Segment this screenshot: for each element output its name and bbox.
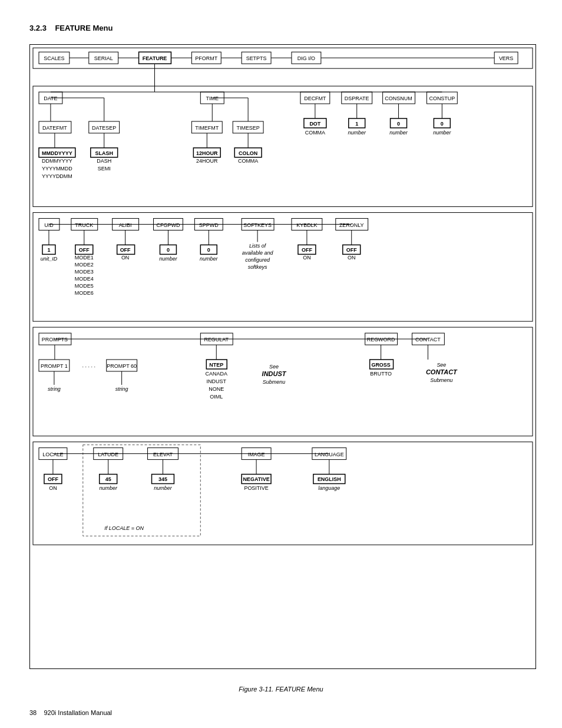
feature-menu-diagram: SCALES SERIAL FEATURE PFORMT SETPTS DIG … [29,44,536,669]
svg-text:12HOUR: 12HOUR [196,150,218,156]
svg-text:LOCALE: LOCALE [42,452,63,457]
manual-name: 920i Installation Manual [44,709,112,716]
svg-text:number: number [433,130,451,136]
svg-text:Lists of: Lists of [249,243,267,249]
svg-text:TIMEFMT: TIMEFMT [195,125,219,131]
svg-text:ELEVAT: ELEVAT [153,452,173,457]
svg-text:SLASH: SLASH [95,150,113,156]
svg-text:TRUCK: TRUCK [75,222,93,228]
svg-text:MODE4: MODE4 [75,276,94,282]
svg-text:DATESEP: DATESEP [92,125,116,131]
svg-text:NONE: NONE [209,386,224,392]
svg-text:string: string [115,386,128,392]
section-heading: 3.2.3 FEATURE Menu [29,24,533,32]
svg-text:VERS: VERS [499,55,513,61]
svg-text:SCALES: SCALES [44,55,64,61]
svg-text:CONSTUP: CONSTUP [429,95,455,101]
svg-text:number: number [159,256,177,262]
svg-text:0: 0 [167,247,170,253]
svg-text:SEMI: SEMI [98,166,111,172]
svg-text:DDMMYYYY: DDMMYYYY [42,158,72,164]
section-number: 3.2.3 [29,24,47,32]
svg-text:Submenu: Submenu [430,377,452,383]
page-footer: 38 920i Installation Manual [29,709,112,716]
svg-text:24HOUR: 24HOUR [196,158,218,164]
svg-text:number: number [348,130,366,136]
svg-text:YYYYDDMM: YYYYDDMM [42,173,72,179]
figure-caption-text: Figure 3-11. FEATURE Menu [239,686,323,693]
svg-text:SETPTS: SETPTS [246,55,267,61]
svg-text:softkeys: softkeys [248,264,267,270]
svg-text:GROSS: GROSS [371,362,390,368]
svg-text:MODE5: MODE5 [75,283,94,289]
svg-text:0: 0 [207,247,210,253]
svg-text:See: See [437,362,446,368]
svg-text:Submenu: Submenu [263,379,285,385]
page: 3.2.3 FEATURE Menu SCALES SERIAL FEATURE… [0,0,562,728]
svg-text:PROMPT 1: PROMPT 1 [41,363,68,369]
svg-text:0: 0 [397,121,400,127]
page-number: 38 [29,709,37,716]
section-title: FEATURE Menu [55,24,113,32]
svg-text:CONSNUM: CONSNUM [385,95,412,101]
svg-text:MODE6: MODE6 [75,290,94,296]
svg-text:number: number [389,130,408,136]
svg-text:If LOCALE = ON: If LOCALE = ON [104,525,144,531]
svg-text:number: number [154,485,172,491]
svg-text:FEATURE: FEATURE [143,55,167,61]
svg-text:COLON: COLON [239,150,257,156]
svg-text:ON: ON [49,485,57,491]
svg-text:DASH: DASH [97,158,111,164]
svg-text:MODE3: MODE3 [75,269,94,275]
svg-text:CONTACT: CONTACT [415,337,441,342]
svg-text:NTEP: NTEP [209,362,223,368]
svg-text:ON: ON [303,255,310,261]
svg-text:CFGPWD: CFGPWD [157,222,180,228]
svg-text:INDUST: INDUST [207,378,227,384]
svg-text:SOFTKEYS: SOFTKEYS [243,222,272,228]
svg-text:. . . . .: . . . . . [82,363,95,368]
svg-text:unit_ID: unit_ID [41,256,58,262]
svg-text:REGWORD: REGWORD [367,337,395,342]
svg-text:ON: ON [121,255,129,261]
svg-text:TIMESEP: TIMESEP [236,125,259,131]
svg-text:0: 0 [441,121,444,127]
svg-text:45: 45 [105,477,111,483]
svg-text:MODE1: MODE1 [75,255,94,261]
svg-text:ZERONLY: ZERONLY [339,222,364,228]
svg-text:OIML: OIML [210,394,223,400]
svg-text:COMMA: COMMA [305,130,325,136]
svg-text:CONTACT: CONTACT [426,368,458,375]
svg-text:PROMPTS: PROMPTS [42,337,68,342]
svg-text:ALIBI: ALIBI [119,222,132,228]
svg-text:OFF: OFF [48,477,58,483]
svg-text:PROMPT 60: PROMPT 60 [107,363,137,369]
svg-text:INDUST: INDUST [262,370,287,377]
svg-rect-91 [33,213,533,322]
svg-text:UID: UID [44,222,54,228]
svg-text:DIG I/O: DIG I/O [297,55,315,61]
svg-text:ENGLISH: ENGLISH [318,477,341,483]
svg-text:language: language [318,485,340,491]
svg-text:number: number [200,256,218,262]
svg-text:MODE2: MODE2 [75,262,94,268]
svg-text:DOT: DOT [309,121,320,127]
svg-text:MMDDYYYY: MMDDYYYY [42,150,72,156]
svg-text:SPPWD: SPPWD [199,222,219,228]
svg-text:PFORMT: PFORMT [195,55,217,61]
svg-text:345: 345 [158,477,167,483]
svg-text:BRUTTO: BRUTTO [370,371,392,377]
figure-caption: Figure 3-11. FEATURE Menu [29,686,533,693]
svg-rect-22 [33,86,533,207]
svg-text:NEGATIVE: NEGATIVE [243,477,270,483]
svg-text:ON: ON [348,255,355,261]
svg-text:DATEFMT: DATEFMT [42,125,67,131]
svg-text:LATUDE: LATUDE [98,452,118,457]
svg-text:CANADA: CANADA [206,371,227,377]
svg-text:DSPRATE: DSPRATE [345,95,369,101]
svg-text:SERIAL: SERIAL [94,55,113,61]
svg-text:REGULAT: REGULAT [204,337,229,342]
svg-text:COMMA: COMMA [238,158,258,164]
svg-text:OFF: OFF [120,247,131,253]
svg-text:OFF: OFF [79,247,90,253]
